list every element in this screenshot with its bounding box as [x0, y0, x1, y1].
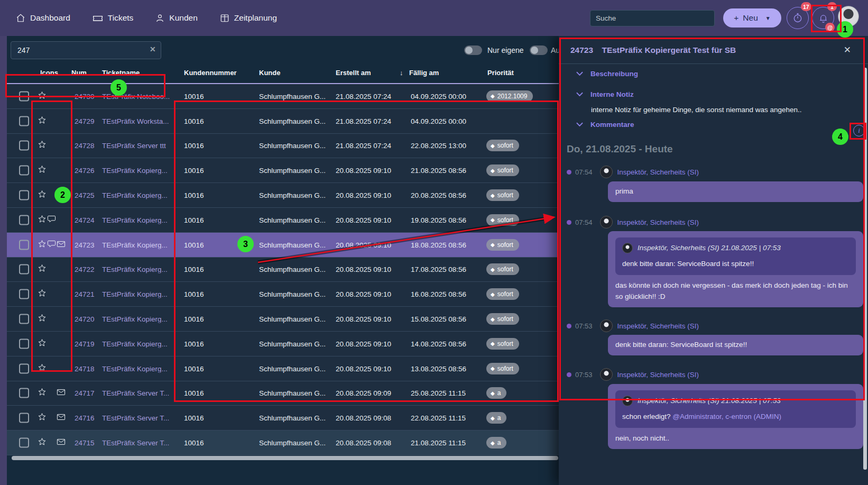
favorite-star-icon[interactable] — [38, 190, 47, 201]
ticket-name: TEstPräfix Kopierg... — [102, 167, 168, 175]
customer-name: Schlumpfhausen G... — [259, 142, 326, 150]
favorite-star-icon[interactable] — [38, 140, 47, 151]
quoted-text: schon erledigt? @Administrator, c-entron… — [622, 411, 849, 423]
row-checkbox[interactable] — [19, 166, 29, 176]
nav-item-kunden[interactable]: Kunden — [155, 13, 197, 23]
chevron-down-icon — [576, 122, 583, 127]
row-checkbox[interactable] — [19, 240, 29, 250]
ticket-filter-input[interactable] — [11, 41, 161, 59]
favorite-star-icon[interactable] — [38, 289, 47, 300]
favorite-star-icon[interactable] — [38, 264, 47, 275]
nav-item-dashboard[interactable]: Dashboard — [16, 13, 70, 23]
ticket-name: TEstPräfix Noteboo... — [102, 92, 170, 100]
created-date: 20.08.2025 09:08 — [336, 414, 391, 422]
created-date: 20.08.2025 09:10 — [336, 241, 391, 249]
comment-meta: 07:53Inspektör, Sicherheits (SI) — [567, 319, 699, 332]
favorite-star-icon[interactable] — [38, 413, 47, 424]
ticket-name: TEstPräfix Kopierg... — [102, 191, 168, 199]
chevron-down-icon: ▼ — [765, 15, 771, 21]
favorite-star-icon[interactable] — [38, 338, 47, 349]
column-header-kunde[interactable]: Kunde — [259, 69, 280, 77]
close-icon[interactable]: ✕ — [844, 44, 851, 56]
sort-descending-icon[interactable]: ↓ — [400, 69, 403, 77]
column-header-number[interactable]: Num... — [71, 69, 93, 77]
column-header-erstellt-am[interactable]: Erstellt am — [336, 69, 371, 77]
row-checkbox[interactable] — [19, 314, 29, 324]
toggle-knob — [531, 47, 538, 54]
user-avatar[interactable] — [838, 6, 859, 27]
vertical-scrollbar[interactable] — [863, 68, 867, 470]
favorite-star-icon[interactable] — [38, 90, 47, 102]
mention-link[interactable]: @Administrator, c-entron (ADMIN) — [672, 413, 781, 420]
ticket-name: TEstPräfix Kopierg... — [102, 340, 168, 347]
row-checkbox[interactable] — [19, 413, 29, 423]
favorite-star-icon[interactable] — [38, 165, 47, 176]
section-beschreibung[interactable]: Beschreibung — [576, 70, 638, 78]
priority-badge: sofort — [486, 239, 519, 251]
top-navigation-bar: Dashboard Tickets Kunden Zeitplanung + N… — [0, 0, 868, 36]
priority-badge: sofort — [486, 189, 519, 201]
row-checkbox[interactable] — [19, 363, 29, 373]
favorite-star-icon[interactable] — [38, 437, 47, 449]
row-checkbox[interactable] — [19, 264, 29, 274]
favorite-star-icon[interactable] — [38, 388, 47, 399]
row-checkbox[interactable] — [19, 141, 29, 151]
favorite-star-icon[interactable] — [38, 363, 47, 374]
created-date: 20.08.2025 09:10 — [336, 364, 391, 372]
due-date: 04.09.2025 00:00 — [411, 92, 466, 100]
person-icon — [155, 14, 164, 23]
comments-date-header: Do, 21.08.2025 - Heute — [567, 143, 673, 155]
nav-label-zeitplanung: Zeitplanung — [234, 13, 277, 23]
toggle-second[interactable] — [530, 45, 548, 55]
priority-badge: sofort — [486, 214, 519, 226]
row-checkbox[interactable] — [19, 438, 29, 448]
ticket-number: 24716 — [75, 414, 95, 422]
calendar-icon — [220, 13, 229, 23]
row-checkbox[interactable] — [19, 91, 29, 101]
column-header-icons[interactable]: Icons — [40, 69, 58, 77]
comment-author[interactable]: Inspektör, Sicherheits (SI) — [617, 218, 699, 226]
priority-badge: sofort — [486, 313, 519, 325]
comment-text: prima — [615, 186, 856, 197]
row-checkbox[interactable] — [19, 289, 29, 299]
mail-icon — [57, 388, 66, 398]
row-checkbox[interactable] — [19, 215, 29, 225]
new-ticket-button[interactable]: + Neu ▼ — [723, 8, 781, 28]
comment-author[interactable]: Inspektör, Sicherheits (SI) — [617, 371, 699, 379]
row-checkbox[interactable] — [19, 388, 29, 398]
section-interne-notiz[interactable]: Interne Notiz — [576, 90, 634, 98]
column-header-prioritaet[interactable]: Priorität — [487, 69, 514, 77]
toggle-nur-eigene[interactable] — [464, 45, 482, 55]
due-date: 04.09.2025 00:00 — [411, 117, 466, 125]
ticket-name: TEstPräfix Server ttt — [102, 142, 166, 150]
quoted-author-avatar — [622, 243, 633, 253]
horizontal-scrollbar[interactable] — [12, 456, 558, 460]
column-header-kundennummer[interactable]: Kundennummer — [184, 69, 237, 77]
nav-item-zeitplanung[interactable]: Zeitplanung — [220, 13, 277, 23]
due-date: 21.08.2025 08:56 — [411, 167, 466, 175]
nav-label-dashboard: Dashboard — [30, 13, 70, 23]
comment-author[interactable]: Inspektör, Sicherheits (SI) — [617, 168, 699, 176]
favorite-star-icon[interactable] — [38, 239, 47, 250]
row-checkbox[interactable] — [19, 116, 29, 126]
global-search-input[interactable] — [590, 10, 715, 26]
section-interne-notiz-label: Interne Notiz — [590, 90, 634, 98]
due-date: 20.08.2025 08:56 — [411, 191, 466, 199]
new-button-label: Neu — [743, 13, 758, 23]
ticket-name: TEstPräfix Server T... — [102, 439, 169, 447]
comment-meta: 07:53Inspektör, Sicherheits (SI) — [567, 368, 699, 381]
column-header-faellig-am[interactable]: Fällig am — [409, 69, 439, 77]
ticket-title: TEstPräfix Kopiergerät Test für SB — [602, 45, 736, 54]
row-checkbox[interactable] — [19, 190, 29, 200]
column-header-ticketname[interactable]: Ticketname — [102, 69, 140, 77]
favorite-star-icon[interactable] — [38, 314, 47, 325]
comment-author[interactable]: Inspektör, Sicherheits (SI) — [617, 322, 699, 330]
customer-name: Schlumpfhausen G... — [259, 92, 326, 100]
created-date: 20.08.2025 09:10 — [336, 266, 391, 273]
favorite-star-icon[interactable] — [38, 115, 47, 126]
row-checkbox[interactable] — [19, 338, 29, 349]
favorite-star-icon[interactable] — [38, 214, 47, 225]
section-kommentare[interactable]: Kommentare — [576, 121, 634, 129]
clear-search-icon[interactable]: ✕ — [150, 45, 156, 53]
nav-item-tickets[interactable]: Tickets — [93, 13, 134, 23]
